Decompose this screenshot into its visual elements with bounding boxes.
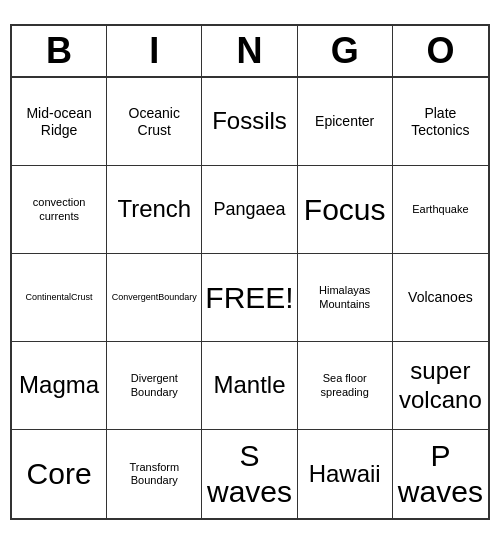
cell-text: Pangaea bbox=[213, 199, 285, 221]
cell-text: convection currents bbox=[16, 196, 102, 222]
cell-text: ConvergentBoundary bbox=[112, 292, 197, 303]
bingo-cell: convection currents bbox=[12, 166, 107, 254]
cell-text: Epicenter bbox=[315, 113, 374, 130]
cell-text: Oceanic Crust bbox=[111, 105, 197, 139]
bingo-cell: P waves bbox=[393, 430, 488, 518]
bingo-cell: Divergent Boundary bbox=[107, 342, 202, 430]
bingo-cell: Core bbox=[12, 430, 107, 518]
header-letter: O bbox=[393, 26, 488, 76]
bingo-cell: ConvergentBoundary bbox=[107, 254, 202, 342]
bingo-grid: Mid-ocean RidgeOceanic CrustFossilsEpice… bbox=[12, 78, 488, 518]
header-letter: N bbox=[202, 26, 297, 76]
cell-text: P waves bbox=[397, 438, 484, 510]
bingo-cell: Fossils bbox=[202, 78, 297, 166]
cell-text: Magma bbox=[19, 371, 99, 400]
cell-text: Core bbox=[27, 456, 92, 492]
cell-text: Plate Tectonics bbox=[397, 105, 484, 139]
cell-text: Volcanoes bbox=[408, 289, 473, 306]
bingo-cell: Volcanoes bbox=[393, 254, 488, 342]
cell-text: Divergent Boundary bbox=[111, 372, 197, 398]
cell-text: Himalayas Mountains bbox=[302, 284, 388, 310]
bingo-cell: Earthquake bbox=[393, 166, 488, 254]
cell-text: Focus bbox=[304, 192, 386, 228]
bingo-card: BINGO Mid-ocean RidgeOceanic CrustFossil… bbox=[10, 24, 490, 520]
bingo-cell: S waves bbox=[202, 430, 297, 518]
bingo-cell: Epicenter bbox=[298, 78, 393, 166]
cell-text: Hawaii bbox=[309, 460, 381, 489]
bingo-cell: super volcano bbox=[393, 342, 488, 430]
bingo-cell: Himalayas Mountains bbox=[298, 254, 393, 342]
header-letter: G bbox=[298, 26, 393, 76]
cell-text: FREE! bbox=[205, 280, 293, 316]
bingo-cell: Magma bbox=[12, 342, 107, 430]
cell-text: Trench bbox=[117, 195, 191, 224]
cell-text: Mantle bbox=[213, 371, 285, 400]
bingo-cell: Plate Tectonics bbox=[393, 78, 488, 166]
cell-text: Mid-ocean Ridge bbox=[16, 105, 102, 139]
bingo-cell: FREE! bbox=[202, 254, 297, 342]
bingo-header: BINGO bbox=[12, 26, 488, 78]
cell-text: Earthquake bbox=[412, 203, 468, 216]
bingo-cell: Pangaea bbox=[202, 166, 297, 254]
bingo-cell: Oceanic Crust bbox=[107, 78, 202, 166]
bingo-cell: Hawaii bbox=[298, 430, 393, 518]
bingo-cell: Trench bbox=[107, 166, 202, 254]
bingo-cell: Mid-ocean Ridge bbox=[12, 78, 107, 166]
bingo-cell: Sea floor spreading bbox=[298, 342, 393, 430]
bingo-cell: Mantle bbox=[202, 342, 297, 430]
cell-text: Transform Boundary bbox=[111, 461, 197, 487]
cell-text: S waves bbox=[206, 438, 292, 510]
cell-text: ContinentalCrust bbox=[26, 292, 93, 303]
cell-text: Sea floor spreading bbox=[302, 372, 388, 398]
header-letter: B bbox=[12, 26, 107, 76]
header-letter: I bbox=[107, 26, 202, 76]
cell-text: Fossils bbox=[212, 107, 287, 136]
bingo-cell: Focus bbox=[298, 166, 393, 254]
cell-text: super volcano bbox=[397, 357, 484, 415]
bingo-cell: Transform Boundary bbox=[107, 430, 202, 518]
bingo-cell: ContinentalCrust bbox=[12, 254, 107, 342]
